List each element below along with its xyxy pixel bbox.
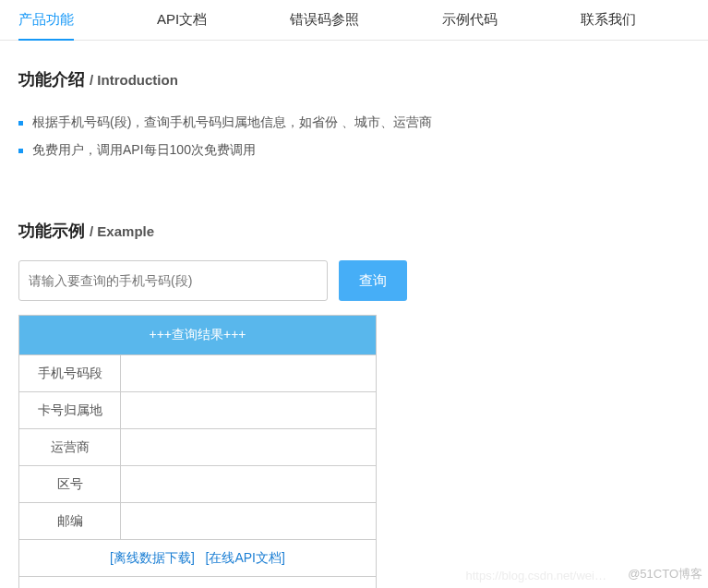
example-section: 功能示例 / Example 查询 +++查询结果+++ 手机号码段 卡号归属地… — [18, 220, 690, 588]
tab-error-codes[interactable]: 错误码参照 — [290, 0, 359, 40]
table-row: 运营商 — [19, 429, 377, 466]
intro-heading-sub: / Introduction — [90, 72, 178, 88]
example-heading-main: 功能示例 — [18, 222, 90, 240]
table-row: 区号 — [19, 466, 377, 503]
row-label-area-code: 区号 — [19, 466, 121, 503]
table-row: 卡号归属地 — [19, 392, 377, 429]
tab-product-features[interactable]: 产品功能 — [18, 0, 74, 40]
footer-credit-cell: 号码归属地数据由聚合数据提供 — [19, 577, 377, 589]
row-value — [121, 429, 377, 466]
row-label-location: 卡号归属地 — [19, 392, 121, 429]
table-header-row: +++查询结果+++ — [19, 316, 377, 355]
tab-sample-code[interactable]: 示例代码 — [442, 0, 498, 40]
row-value — [121, 355, 377, 392]
list-item: 免费用户，调用API每日100次免费调用 — [32, 137, 690, 164]
row-label-phone-segment: 手机号码段 — [19, 355, 121, 392]
table-footer-links-row: [离线数据下载] [在线API文档] — [19, 540, 377, 577]
intro-list: 根据手机号码(段)，查询手机号码归属地信息，如省份 、城市、运营商 免费用户，调… — [18, 109, 690, 164]
result-table: +++查询结果+++ 手机号码段 卡号归属地 运营商 区号 邮编 — [18, 315, 377, 588]
intro-heading: 功能介绍 / Introduction — [18, 68, 690, 90]
search-row: 查询 — [18, 260, 690, 301]
example-heading: 功能示例 / Example — [18, 220, 690, 242]
list-item: 根据手机号码(段)，查询手机号码归属地信息，如省份 、城市、运营商 — [32, 109, 690, 137]
row-value — [121, 466, 377, 503]
online-api-docs-link[interactable]: [在线API文档] — [206, 550, 285, 565]
table-row: 手机号码段 — [19, 355, 377, 392]
tab-contact-us[interactable]: 联系我们 — [581, 0, 636, 40]
table-row: 邮编 — [19, 503, 377, 540]
offline-data-download-link[interactable]: [离线数据下载] — [110, 550, 195, 565]
intro-heading-main: 功能介绍 — [18, 70, 90, 89]
phone-segment-input[interactable] — [18, 260, 328, 301]
tab-api-docs[interactable]: API文档 — [157, 0, 207, 40]
row-value — [121, 392, 377, 429]
nav-tabs: 产品功能 API文档 错误码参照 示例代码 联系我们 — [0, 0, 708, 41]
row-label-operator: 运营商 — [19, 429, 121, 466]
example-heading-sub: / Example — [90, 223, 154, 239]
watermark-right: @51CTO博客 — [628, 566, 702, 582]
row-label-zip: 邮编 — [19, 503, 121, 540]
result-header: +++查询结果+++ — [19, 316, 377, 355]
search-button[interactable]: 查询 — [339, 260, 407, 301]
footer-links-cell: [离线数据下载] [在线API文档] — [19, 540, 377, 577]
table-footer-credit-row: 号码归属地数据由聚合数据提供 — [19, 577, 377, 589]
watermark-left: https://blog.csdn.net/wei… — [466, 569, 606, 582]
row-value — [121, 503, 377, 540]
main-content: 功能介绍 / Introduction 根据手机号码(段)，查询手机号码归属地信… — [0, 41, 708, 588]
